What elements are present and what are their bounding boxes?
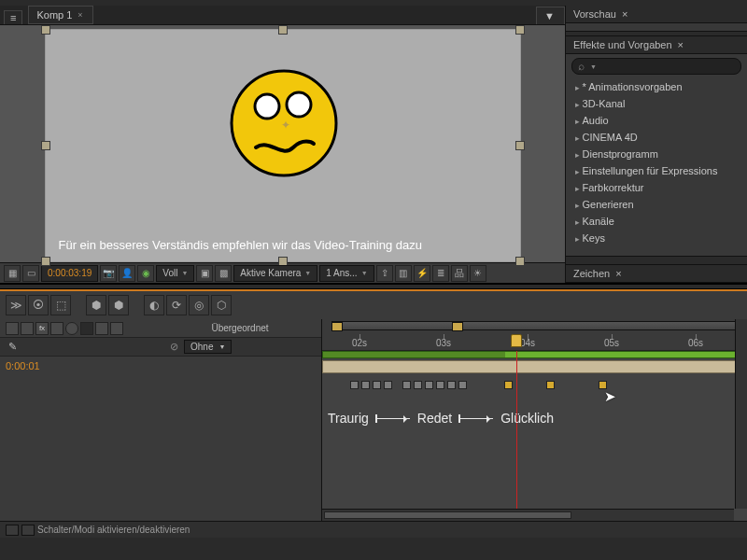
zeichen-panel-tab[interactable]: Zeichen×	[566, 265, 747, 283]
tab-badge[interactable]: ≡	[4, 10, 22, 24]
share-icon[interactable]: ⇪	[376, 265, 393, 282]
resolution-dropdown[interactable]: Voll	[156, 265, 194, 282]
tool-icon[interactable]: ⦿	[28, 295, 49, 315]
timecode-field[interactable]: 0:00:03:19	[41, 265, 98, 282]
switch-icon[interactable]	[80, 322, 93, 335]
camera-dropdown[interactable]: Aktive Kamera	[233, 265, 317, 282]
handle-tr[interactable]	[515, 25, 525, 35]
handle-cl[interactable]	[41, 141, 50, 150]
comp-tab[interactable]: Komp 1×	[28, 6, 92, 24]
keyframe-selected[interactable]	[504, 381, 513, 389]
v-scrollbar[interactable]	[735, 319, 747, 509]
arrow-icon	[376, 418, 410, 419]
composition-viewer[interactable]: ✦ Für ein besseres Verständis empfehlen …	[0, 25, 565, 262]
switch-icon[interactable]	[21, 322, 34, 335]
flowchart-icon[interactable]: 品	[451, 265, 468, 282]
toggle-switch-button[interactable]	[21, 525, 35, 536]
roi-icon[interactable]: ▣	[196, 265, 213, 282]
show-snapshot-icon[interactable]: 👤	[119, 265, 135, 282]
switch-fx-icon[interactable]: fx	[35, 322, 49, 335]
status-text: Schalter/Modi aktivieren/deaktivieren	[37, 525, 190, 535]
tool-icon[interactable]: ◎	[189, 295, 209, 315]
cube-icon[interactable]: ⬢	[108, 295, 129, 315]
tool-icon[interactable]: ◐	[144, 295, 164, 315]
layer-row[interactable]: ✎ ⊘ Ohne	[0, 338, 321, 357]
handle-tl[interactable]	[41, 25, 50, 35]
keyframe-selected[interactable]	[546, 381, 555, 389]
playhead-line[interactable]	[516, 351, 517, 521]
viewer-menu[interactable]: ▼	[536, 7, 565, 24]
keyframe[interactable]	[447, 381, 456, 389]
handle-bl[interactable]	[41, 257, 50, 266]
effects-category[interactable]: * Animationsvorgaben	[566, 78, 747, 95]
playhead-indicator[interactable]	[511, 334, 522, 347]
transparency-icon[interactable]: ▩	[215, 265, 232, 282]
viewer-caption: Für ein besseres Verständis empfehlen wi…	[59, 238, 423, 252]
grid-icon[interactable]: ▦	[4, 265, 21, 282]
fast-preview-icon[interactable]: ⚡	[414, 265, 430, 282]
label-redet: Redet	[417, 411, 452, 426]
switches-header: fx Übergeordnet	[0, 319, 321, 338]
timeline-icon[interactable]: ≣	[432, 265, 449, 282]
cube-icon[interactable]: ⬢	[86, 295, 106, 315]
keyframe[interactable]	[350, 381, 359, 389]
effects-category[interactable]: Audio	[566, 112, 747, 129]
keyframe[interactable]	[373, 381, 381, 389]
effects-category[interactable]: Dienstprogramm	[566, 146, 747, 162]
keyframe[interactable]	[458, 381, 467, 389]
effects-category[interactable]: 3D-Kanal	[566, 95, 747, 112]
switch-icon[interactable]	[50, 322, 63, 335]
canvas[interactable]: ✦ Für ein besseres Verständis empfehlen …	[45, 29, 521, 262]
tool-icon[interactable]: ⬡	[211, 295, 232, 315]
keyframe[interactable]	[414, 381, 422, 389]
snapshot-icon[interactable]: 📷	[100, 265, 117, 282]
workarea-start[interactable]	[331, 322, 343, 331]
effects-category[interactable]: Kanäle	[566, 213, 747, 230]
time-ruler[interactable]: 02s03s04s05s06s	[322, 319, 747, 351]
effects-category-list: * Animationsvorgaben3D-KanalAudioCINEMA …	[566, 78, 747, 250]
channels-icon[interactable]: ◉	[137, 265, 154, 282]
close-icon[interactable]: ×	[615, 268, 621, 279]
tick-label: 05s	[604, 338, 619, 348]
keyframe[interactable]	[384, 381, 392, 389]
switch-icon[interactable]	[65, 322, 78, 335]
aspect-icon[interactable]: ▭	[22, 265, 39, 282]
svg-point-1	[255, 94, 279, 119]
handle-cr[interactable]	[515, 141, 525, 150]
effects-category[interactable]: Einstellungen für Expressions	[566, 162, 747, 179]
close-icon[interactable]: ×	[622, 8, 627, 20]
switch-icon[interactable]	[95, 322, 108, 335]
tick-label: 03s	[436, 338, 451, 348]
effects-panel-tab[interactable]: Effekte und Vorgaben×	[566, 36, 747, 54]
tool-icon[interactable]: ⬚	[50, 295, 71, 315]
pixel-aspect-icon[interactable]: ▥	[395, 265, 412, 282]
effects-category[interactable]: Generieren	[566, 196, 747, 213]
exposure-icon[interactable]: ☀	[470, 265, 486, 282]
switch-icon[interactable]	[110, 322, 123, 335]
close-icon[interactable]: ×	[678, 39, 684, 50]
tool-icon[interactable]: ≫	[6, 295, 26, 315]
effects-category[interactable]: Keys	[566, 230, 747, 246]
label-traurig: Traurig	[328, 411, 369, 426]
keyframe[interactable]	[402, 381, 411, 389]
keyframe[interactable]	[361, 381, 370, 389]
pen-icon[interactable]: ✎	[6, 341, 19, 353]
keyframe[interactable]	[425, 381, 433, 389]
viewer-toolbar: ▦ ▭ 0:00:03:19 📷 👤 ◉ Voll ▣ ▩ Aktive Kam…	[0, 262, 565, 283]
close-icon[interactable]: ×	[78, 10, 82, 20]
workarea-end[interactable]	[452, 322, 463, 331]
preview-panel-tab[interactable]: Vorschau×	[566, 6, 747, 23]
layer-bar[interactable]	[322, 360, 747, 373]
tool-icon[interactable]: ⟳	[166, 295, 187, 315]
switch-icon[interactable]	[6, 322, 19, 335]
handle-br[interactable]	[515, 257, 525, 266]
toggle-switch-button[interactable]	[6, 525, 19, 536]
parent-dropdown[interactable]: Ohne	[184, 340, 232, 354]
h-scrollbar[interactable]	[322, 509, 734, 521]
keyframe[interactable]	[436, 381, 444, 389]
effects-search[interactable]: ⌕	[571, 58, 741, 75]
effects-category[interactable]: CINEMA 4D	[566, 129, 747, 146]
handle-tc[interactable]	[278, 25, 288, 35]
effects-category[interactable]: Farbkorrektur	[566, 179, 747, 196]
views-dropdown[interactable]: 1 Ans...	[319, 265, 374, 282]
